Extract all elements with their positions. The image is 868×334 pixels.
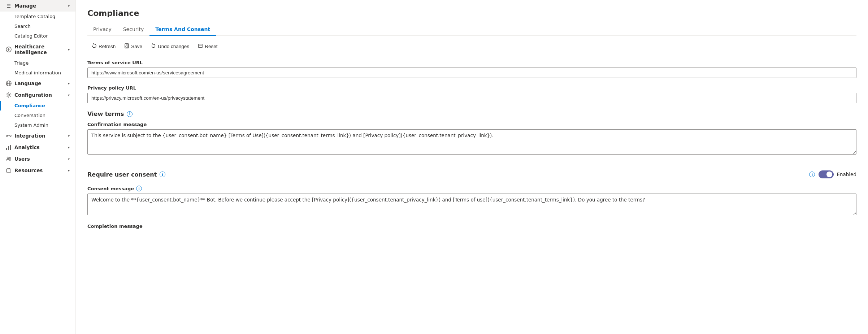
sidebar-item-search[interactable]: Search [0, 21, 75, 31]
tab-terms-and-consent[interactable]: Terms And Consent [149, 23, 216, 36]
reset-button[interactable]: Reset [194, 42, 222, 51]
undo-icon [151, 43, 156, 49]
sidebar-item-compliance[interactable]: Compliance [0, 101, 75, 110]
terms-of-service-url-section: Terms of service URL [87, 60, 856, 78]
svg-point-6 [10, 135, 11, 136]
consent-message-section: Consent message i Welcome to the **{user… [87, 186, 856, 216]
svg-rect-13 [6, 169, 11, 172]
sidebar-item-catalog-editor[interactable]: Catalog Editor [0, 31, 75, 41]
sidebar-item-configuration[interactable]: Configuration ▾ [0, 89, 75, 101]
svg-rect-16 [126, 46, 128, 47]
confirmation-message-label: Confirmation message [87, 122, 856, 127]
users-icon [6, 156, 12, 162]
svg-rect-8 [6, 148, 7, 150]
require-consent-info-icon[interactable]: i [160, 172, 165, 177]
analytics-icon [6, 144, 12, 150]
toolbar: Refresh Save Undo changes Reset [87, 42, 856, 51]
chevron-down-icon: ▾ [68, 4, 70, 8]
integration-icon [6, 133, 12, 139]
section-divider [87, 163, 856, 163]
manage-icon: ☰ [6, 3, 12, 9]
consent-toggle-info-icon[interactable]: i [809, 172, 815, 177]
svg-rect-9 [8, 146, 9, 150]
healthcare-icon [6, 47, 12, 52]
sidebar-item-users[interactable]: Users ▾ [0, 153, 75, 165]
terms-of-service-url-input[interactable] [87, 68, 856, 78]
chevron-down-icon-3: ▾ [68, 82, 70, 86]
sidebar-item-integration-label: Integration [14, 133, 45, 139]
svg-point-5 [6, 135, 8, 136]
require-consent-toggle[interactable] [819, 170, 834, 178]
svg-rect-15 [126, 44, 128, 45]
consent-message-textarea[interactable]: Welcome to the **{user_consent.bot_name}… [87, 194, 856, 215]
tabs: Privacy Security Terms And Consent [87, 23, 856, 36]
svg-rect-10 [10, 145, 11, 150]
main-content: Compliance Privacy Security Terms And Co… [76, 0, 868, 334]
undo-button[interactable]: Undo changes [147, 42, 194, 51]
sidebar-item-conversation[interactable]: Conversation [0, 110, 75, 120]
sidebar-item-analytics-label: Analytics [14, 144, 40, 150]
chevron-down-icon-7: ▾ [68, 157, 70, 161]
svg-point-11 [7, 157, 9, 159]
sidebar-item-resources[interactable]: Resources ▾ [0, 165, 75, 176]
sidebar-item-triage[interactable]: Triage [0, 58, 75, 68]
consent-message-info-icon[interactable]: i [136, 186, 142, 191]
chevron-down-icon-4: ▾ [68, 93, 70, 97]
refresh-button[interactable]: Refresh [87, 42, 120, 51]
sidebar-item-resources-label: Resources [14, 168, 43, 173]
chevron-down-icon-6: ▾ [68, 146, 70, 149]
sidebar-item-integration[interactable]: Integration ▾ [0, 130, 75, 142]
terms-of-service-url-label: Terms of service URL [87, 60, 856, 65]
svg-point-12 [9, 157, 11, 159]
privacy-policy-url-label: Privacy policy URL [87, 85, 856, 91]
chevron-down-icon-8: ▾ [68, 169, 70, 173]
svg-rect-17 [199, 44, 202, 48]
sidebar-item-healthcare-intelligence[interactable]: Healthcare Intelligence ▾ [0, 41, 75, 58]
privacy-policy-url-input[interactable] [87, 93, 856, 103]
chevron-down-icon-2: ▾ [68, 48, 70, 52]
tab-privacy[interactable]: Privacy [87, 23, 117, 36]
privacy-policy-url-section: Privacy policy URL [87, 85, 856, 103]
consent-controls: i Enabled [809, 170, 856, 178]
sidebar: ☰ Manage ▾ Template Catalog Search Catal… [0, 0, 76, 334]
require-consent-toggle-container: Enabled [819, 170, 856, 178]
view-terms-info-icon[interactable]: i [127, 111, 133, 117]
sidebar-item-manage-label: Manage [14, 3, 36, 9]
sidebar-item-manage[interactable]: ☰ Manage ▾ [0, 0, 75, 12]
sidebar-item-analytics[interactable]: Analytics ▾ [0, 142, 75, 153]
save-icon [124, 43, 129, 49]
svg-point-4 [8, 94, 10, 96]
save-button[interactable]: Save [120, 42, 147, 51]
completion-message-label: Completion message [87, 224, 856, 229]
require-user-consent-heading: Require user consent i [87, 171, 165, 178]
sidebar-item-language-label: Language [14, 81, 42, 86]
reset-icon [198, 43, 203, 49]
view-terms-heading: View terms i [87, 110, 856, 117]
confirmation-message-textarea[interactable]: This service is subject to the {user_con… [87, 129, 856, 155]
resources-icon [6, 168, 12, 173]
sidebar-item-medical-information[interactable]: Medical information [0, 68, 75, 78]
confirmation-message-section: Confirmation message This service is sub… [87, 122, 856, 156]
toggle-label: Enabled [837, 172, 856, 177]
refresh-icon [92, 43, 97, 49]
sidebar-item-template-catalog[interactable]: Template Catalog [0, 12, 75, 21]
require-user-consent-row: Require user consent i i Enabled [87, 170, 856, 178]
sidebar-item-healthcare-label: Healthcare Intelligence [14, 44, 65, 55]
sidebar-item-configuration-label: Configuration [14, 92, 52, 98]
sidebar-item-system-admin[interactable]: System Admin [0, 120, 75, 130]
sidebar-item-language[interactable]: Language ▾ [0, 78, 75, 89]
tab-security[interactable]: Security [117, 23, 150, 36]
page-title: Compliance [87, 9, 856, 18]
language-icon [6, 81, 12, 86]
chevron-down-icon-5: ▾ [68, 134, 70, 138]
sidebar-item-users-label: Users [14, 156, 30, 162]
configuration-icon [6, 92, 12, 98]
completion-message-section: Completion message [87, 224, 856, 229]
consent-message-label: Consent message i [87, 186, 856, 191]
